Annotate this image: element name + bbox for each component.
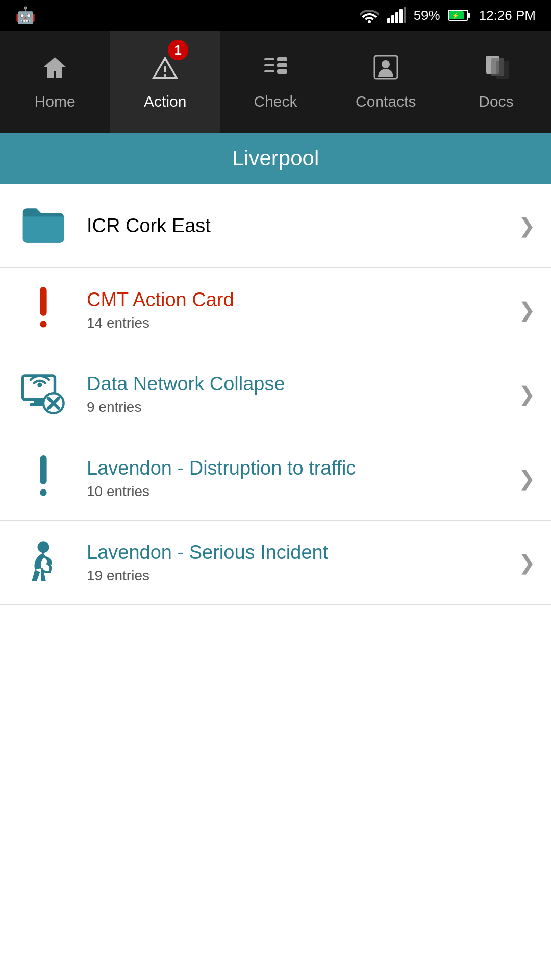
chevron-right-icon: ❯: [518, 214, 536, 237]
tab-contacts[interactable]: Contacts: [331, 31, 441, 133]
list-item-title: Data Network Collapse: [87, 373, 518, 395]
tab-action-label: Action: [144, 93, 186, 110]
status-right: 59% ⚡ 12:26 PM: [360, 7, 536, 23]
tab-docs[interactable]: Docs: [441, 31, 551, 133]
svg-rect-16: [277, 69, 287, 74]
svg-rect-2: [395, 12, 398, 23]
home-icon: [41, 53, 69, 88]
wifi-icon: [360, 7, 379, 23]
action-badge: 1: [168, 40, 188, 60]
svg-rect-12: [264, 64, 274, 66]
svg-rect-4: [404, 7, 406, 23]
svg-point-18: [382, 60, 390, 68]
status-time: 12:26 PM: [479, 8, 536, 23]
svg-point-27: [37, 383, 42, 387]
svg-rect-0: [387, 18, 390, 23]
person-injury-icon: [15, 534, 71, 591]
docs-icon: [482, 53, 510, 88]
android-icon: 🤖: [15, 6, 36, 25]
tab-check[interactable]: Check: [220, 31, 331, 133]
svg-point-33: [38, 541, 49, 553]
svg-rect-15: [277, 63, 287, 67]
list-item[interactable]: Lavendon - Distruption to traffic 10 ent…: [0, 436, 551, 521]
list-item-subtitle: 9 entries: [87, 399, 518, 415]
list-item[interactable]: CMT Action Card 14 entries ❯: [0, 268, 551, 352]
svg-rect-31: [40, 455, 46, 484]
nav-tabs: Home 1 Action Check: [0, 31, 551, 133]
svg-rect-9: [164, 66, 166, 72]
svg-rect-3: [399, 9, 403, 23]
svg-rect-1: [391, 15, 394, 23]
tab-action[interactable]: 1 Action: [110, 31, 220, 133]
svg-rect-10: [164, 74, 166, 77]
svg-rect-11: [264, 58, 274, 60]
list-item[interactable]: ICR Cork East ❯: [0, 184, 551, 268]
tab-contacts-label: Contacts: [356, 93, 416, 110]
tab-home-label: Home: [35, 93, 76, 110]
svg-rect-21: [496, 61, 509, 79]
svg-rect-6: [468, 13, 470, 18]
list-item-content: ICR Cork East: [87, 215, 518, 237]
location-title: Liverpool: [232, 146, 319, 170]
svg-rect-32: [40, 489, 46, 496]
list-item-content: CMT Action Card 14 entries: [87, 289, 518, 331]
list-item-title: Lavendon - Serious Incident: [87, 542, 518, 564]
tab-docs-label: Docs: [479, 93, 513, 110]
list-item-content: Lavendon - Serious Incident 19 entries: [87, 542, 518, 584]
svg-text:⚡: ⚡: [452, 12, 459, 19]
list-icon: [262, 53, 290, 88]
chevron-right-icon: ❯: [518, 298, 536, 322]
list-item[interactable]: Lavendon - Serious Incident 19 entries ❯: [0, 521, 551, 605]
list-container: ICR Cork East ❯ CMT Action Card 14 entri…: [0, 184, 551, 605]
status-left: 🤖: [15, 6, 36, 25]
list-item-subtitle: 10 entries: [87, 483, 518, 500]
svg-rect-14: [277, 57, 287, 61]
chevron-right-icon: ❯: [518, 551, 536, 574]
network-icon: [15, 366, 71, 422]
chevron-right-icon: ❯: [518, 467, 536, 490]
list-item-subtitle: 19 entries: [87, 568, 518, 584]
list-item-title: CMT Action Card: [87, 289, 518, 311]
chevron-right-icon: ❯: [518, 382, 536, 406]
list-item-content: Lavendon - Distruption to traffic 10 ent…: [87, 457, 518, 500]
tab-home[interactable]: Home: [0, 31, 110, 133]
location-header: Liverpool: [0, 133, 551, 184]
list-item[interactable]: Data Network Collapse 9 entries ❯: [0, 352, 551, 436]
svg-rect-13: [264, 70, 274, 72]
svg-rect-25: [34, 400, 43, 403]
status-bar: 🤖 59% ⚡ 12:26 PM: [0, 0, 551, 31]
tab-check-label: Check: [254, 93, 297, 110]
svg-rect-23: [40, 321, 46, 327]
exclamation-icon: [15, 450, 71, 506]
list-item-subtitle: 14 entries: [87, 315, 518, 331]
exclamation-icon: [15, 282, 71, 338]
list-item-title: ICR Cork East: [87, 215, 518, 237]
signal-icon: [387, 7, 406, 23]
svg-rect-22: [40, 287, 46, 316]
battery-percent: 59%: [414, 8, 440, 23]
battery-icon: ⚡: [448, 9, 471, 22]
list-item-content: Data Network Collapse 9 entries: [87, 373, 518, 415]
folder-icon: [15, 198, 71, 254]
list-item-title: Lavendon - Distruption to traffic: [87, 457, 518, 479]
contacts-icon: [372, 53, 400, 88]
